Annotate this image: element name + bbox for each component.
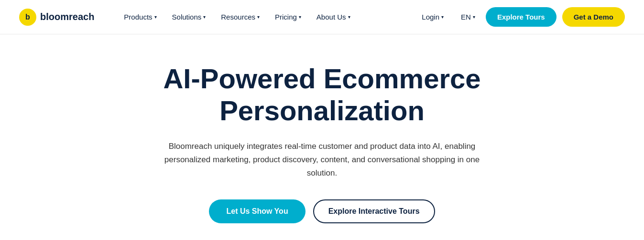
logo-text: bloomreach [40,11,94,22]
hero-subtitle: Bloomreach uniquely integrates real-time… [160,140,485,180]
hero-section: AI-Powered Ecommerce Personalization Blo… [0,34,644,240]
get-demo-button[interactable]: Get a Demo [562,7,625,27]
chevron-down-icon: ▾ [299,14,301,20]
chevron-down-icon: ▾ [348,14,350,20]
nav-links: Products ▾ Solutions ▾ Resources ▾ Prici… [117,9,415,25]
explore-tours-button[interactable]: Explore Tours [486,7,557,27]
chevron-down-icon: ▾ [257,14,260,20]
let-us-show-button[interactable]: Let Us Show You [209,199,305,223]
explore-interactive-button[interactable]: Explore Interactive Tours [313,199,435,223]
hero-title: AI-Powered Ecommerce Personalization [136,63,509,126]
hero-buttons: Let Us Show You Explore Interactive Tour… [209,199,435,223]
logo-icon: b [19,9,36,26]
navbar: b bloomreach Products ▾ Solutions ▾ Reso… [0,0,644,34]
chevron-down-icon: ▾ [154,14,157,20]
chevron-down-icon: ▾ [473,14,475,20]
language-button[interactable]: EN ▾ [456,9,480,25]
nav-item-products[interactable]: Products ▾ [117,9,163,25]
chevron-down-icon: ▾ [203,14,206,20]
nav-item-solutions[interactable]: Solutions ▾ [165,9,213,25]
chevron-down-icon: ▾ [441,14,444,20]
nav-item-pricing[interactable]: Pricing ▾ [268,9,308,25]
logo-link[interactable]: b bloomreach [19,9,94,26]
nav-item-about-us[interactable]: About Us ▾ [310,9,357,25]
nav-right: Login ▾ EN ▾ Explore Tours Get a Demo [415,7,625,27]
login-button[interactable]: Login ▾ [415,9,450,25]
nav-item-resources[interactable]: Resources ▾ [214,9,266,25]
